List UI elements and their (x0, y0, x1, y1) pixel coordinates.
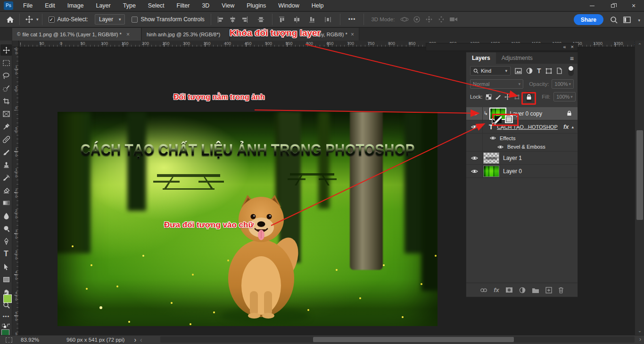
menu-select[interactable]: Select (142, 0, 171, 11)
doc-tab-hinh-anh[interactable]: hinh anh.jpg @ 25.3% (RGB/8*) (142, 28, 230, 41)
layer-row-effects[interactable]: Effects (466, 134, 578, 143)
filter-toggle-switch[interactable] (568, 66, 574, 76)
distribute-top-button[interactable] (276, 13, 288, 25)
distribute-spacing-button[interactable] (322, 13, 334, 25)
lock-pixels-button[interactable] (495, 94, 501, 100)
add-mask-button[interactable] (505, 287, 513, 293)
menu-filter[interactable]: Filter (171, 0, 196, 11)
menu-edit[interactable]: Edit (39, 0, 61, 11)
menu-file[interactable]: File (17, 0, 39, 11)
layer-row-bevel-emboss[interactable]: Bevel & Emboss (466, 143, 578, 151)
lock-transparency-button[interactable] (486, 94, 492, 100)
history-brush-tool[interactable] (0, 172, 12, 183)
minimize-button[interactable] (582, 0, 603, 11)
zoom-level-field[interactable]: 83.92% (21, 337, 39, 343)
visibility-eye-icon[interactable] (497, 145, 504, 149)
object-selection-tool[interactable] (0, 83, 12, 94)
visibility-eye-icon[interactable] (490, 136, 496, 140)
3d-camera-button[interactable] (447, 13, 460, 25)
hscroll-right-icon[interactable]: › (639, 336, 641, 343)
link-layers-button[interactable] (480, 288, 487, 293)
filter-pixel-layers-icon[interactable] (515, 68, 522, 74)
distribute-bottom-button[interactable] (306, 13, 318, 25)
layer-name[interactable]: Layer 1 (503, 155, 522, 161)
menu-layer[interactable]: Layer (90, 0, 116, 11)
doc-tab-file-cat[interactable]: © file cat 1.png @ 16.7% (Layer 1, RGB/8… (12, 28, 141, 41)
visibility-eye-icon[interactable] (466, 156, 482, 160)
new-group-button[interactable] (532, 287, 539, 293)
layer-row-text[interactable]: T CẠCH TẠO...HOTOSHOP fx ▴ (466, 120, 578, 134)
status-next-icon[interactable]: › (134, 336, 136, 344)
layer-row-layer0[interactable]: Layer 0 (466, 165, 578, 178)
frame-tool[interactable] (0, 108, 12, 119)
menu-view[interactable]: View (215, 0, 240, 11)
type-tool[interactable]: T (0, 248, 12, 260)
auto-select-checkbox[interactable]: ✓ Auto-Select: (49, 16, 88, 23)
filter-type-layers-icon[interactable]: T (537, 67, 541, 75)
menu-image[interactable]: Image (61, 0, 90, 11)
horizontal-scroll-thumb[interactable] (313, 337, 514, 342)
3d-roll-button[interactable] (411, 13, 423, 25)
show-transform-checkbox[interactable]: Show Transform Controls (132, 16, 204, 23)
ruler-origin-corner[interactable] (12, 41, 19, 47)
menu-3d[interactable]: 3D (196, 0, 215, 11)
tab-close-icon[interactable]: × (126, 31, 130, 38)
menu-plugins[interactable]: Plugins (240, 0, 272, 11)
more-options-button[interactable]: ••• (348, 16, 356, 23)
lasso-tool[interactable] (0, 70, 12, 81)
filter-kind-dropdown[interactable]: Kind ▾ (470, 66, 511, 76)
visibility-eye-icon[interactable] (466, 169, 482, 174)
tab-adjustments[interactable]: Adjustments (496, 52, 538, 64)
layer-name[interactable]: Layer 0 (503, 168, 522, 175)
align-center-v-button[interactable] (255, 13, 267, 25)
panel-menu-icon[interactable]: ≡ (570, 55, 574, 62)
lock-artboard-button[interactable] (514, 94, 520, 100)
vertical-scrollbar[interactable]: ⌃ ⌄ (635, 41, 644, 335)
new-layer-button[interactable] (545, 287, 552, 294)
eyedropper-tool[interactable] (0, 121, 12, 132)
clone-stamp-tool[interactable] (0, 159, 12, 170)
rectangle-tool[interactable] (0, 274, 12, 285)
layer-thumbnail[interactable] (483, 166, 499, 177)
marquee-tool[interactable] (0, 57, 12, 68)
tool-preset-chevron[interactable]: ▾ (36, 17, 39, 22)
auto-select-target-dropdown[interactable]: Layer ▾ (95, 14, 125, 25)
fill-field[interactable]: 100% ▾ (553, 92, 576, 101)
delete-layer-button[interactable] (558, 287, 564, 294)
visibility-eye-icon[interactable] (466, 111, 482, 116)
visibility-eye-icon[interactable] (466, 125, 482, 129)
background-color-swatch[interactable] (3, 294, 12, 303)
3d-slide-button[interactable] (435, 13, 447, 25)
photoshop-logo[interactable]: Ps (4, 1, 13, 10)
tab-layers[interactable]: Layers (466, 52, 496, 64)
menu-help[interactable]: Help (305, 0, 330, 11)
move-tool[interactable] (0, 44, 12, 56)
align-left-button[interactable] (215, 13, 227, 25)
collapse-effects-chevron[interactable]: ▴ (571, 125, 574, 129)
filter-shape-layers-icon[interactable] (545, 68, 552, 74)
filter-smart-objects-icon[interactable] (556, 67, 562, 74)
tab-close-icon[interactable]: × (351, 31, 354, 38)
crop-tool[interactable] (0, 95, 12, 107)
opacity-field[interactable]: 100% ▾ (552, 79, 574, 89)
align-center-h-button[interactable] (227, 13, 239, 25)
scroll-down-icon[interactable]: ⌄ (635, 328, 644, 333)
share-button[interactable]: Share (574, 14, 603, 25)
3d-drag-button[interactable] (423, 13, 435, 25)
vertical-ruler[interactable]: 1501005005010015020025030035040045050055… (12, 47, 19, 335)
vertical-scroll-thumb[interactable] (636, 130, 643, 220)
layer-row-layer0copy[interactable]: ↳ Layer 0 copy (466, 107, 578, 120)
fx-badge[interactable]: fx (563, 123, 569, 130)
status-prev-icon[interactable]: ‹ (140, 336, 142, 344)
healing-brush-tool[interactable] (0, 134, 12, 145)
collapse-panels-icon[interactable]: « (563, 44, 566, 50)
gradient-tool[interactable] (0, 197, 12, 209)
scroll-up-icon[interactable]: ⌃ (635, 42, 644, 48)
brush-tool[interactable] (0, 146, 12, 158)
distribute-center-h-button[interactable] (291, 13, 303, 25)
adjustment-layer-button[interactable] (519, 287, 526, 294)
move-tool-preset[interactable] (23, 13, 35, 25)
dodge-tool[interactable] (0, 223, 12, 234)
home-button[interactable] (4, 13, 16, 25)
close-panel-icon[interactable]: × (571, 44, 574, 50)
